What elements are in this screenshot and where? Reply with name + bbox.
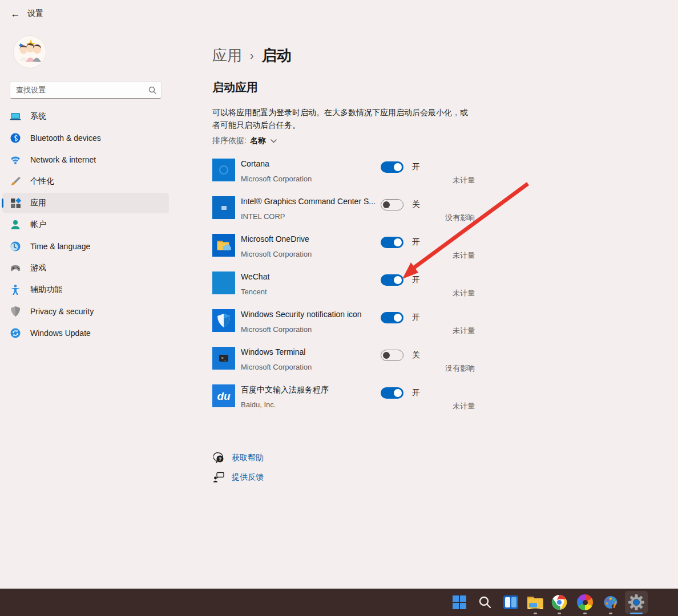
impact-label: 未计量 [453,326,475,336]
breadcrumb-separator: › [250,49,254,62]
bluetooth-icon [10,132,21,144]
sidebar: 系统 Bluetooth & devices Network & interne… [0,27,171,589]
intel-gcc-app-icon [212,196,235,219]
toggle-state-label: 开 [412,237,420,248]
feedback-label: 提供反馈 [232,472,264,483]
startup-app-row: Cortana Microsoft Corporation 开 未计量 [212,155,475,193]
startup-toggle-wechat[interactable] [381,274,403,286]
section-title: 启动应用 [212,80,258,95]
startup-toggle[interactable] [381,387,403,399]
gaming-icon [10,262,21,274]
sort-dropdown[interactable]: 排序依据: 名称 [212,136,277,146]
sidebar-item-apps[interactable]: 应用 [2,193,169,213]
sidebar-item-system[interactable]: 系统 [2,106,169,127]
running-indicator [583,613,587,614]
toggle-state-label: 开 [412,313,420,323]
sidebar-item-label: 帐户 [30,220,46,230]
sidebar-item-privacy-security[interactable]: Privacy & security [2,301,169,322]
startup-app-row: Windows Security notification icon Micro… [212,306,475,343]
running-indicator [534,613,537,614]
impact-label: 未计量 [453,175,475,185]
sidebar-nav: 系统 Bluetooth & devices Network & interne… [0,105,171,345]
app-name: 百度中文输入法服务程序 [241,385,329,395]
sort-label: 排序依据: [212,136,247,146]
startup-app-row: du 百度中文输入法服务程序 Baidu, Inc. 开 未计量 [212,381,475,419]
wechat-app-icon [212,271,235,294]
feedback-link[interactable]: 提供反馈 [212,472,264,483]
sidebar-item-gaming[interactable]: 游戏 [2,258,169,278]
startup-toggle[interactable] [381,350,403,361]
sidebar-item-label: 辅助功能 [30,285,62,295]
taskbar [0,589,678,616]
sidebar-item-network-internet[interactable]: Network & internet [2,149,169,170]
startup-app-row: Intel® Graphics Command Center S... INTE… [212,193,475,230]
app-publisher: Microsoft Corporation [241,250,312,258]
search-icon[interactable] [144,86,161,94]
chevron-down-icon [271,139,277,143]
get-help-label: 获取帮助 [232,453,264,463]
app-name: Intel® Graphics Command Center S... [241,197,376,206]
startup-app-row: >_ Windows Terminal Microsoft Corporatio… [212,343,475,381]
settings-search-box[interactable] [10,81,162,99]
sidebar-item-label: Bluetooth & devices [30,133,101,143]
titlebar: ← 设置 [0,0,678,27]
startup-app-row: WeChat Tencent 开 未计量 [212,268,475,306]
sidebar-item-label: 游戏 [30,263,46,273]
pinwheel-app-icon[interactable] [574,591,596,614]
sidebar-item-personalization[interactable]: 个性化 [2,171,169,192]
toggle-state-label: 关 [412,200,420,210]
avatar-illustration [14,36,46,68]
breadcrumb: 应用 › 启动 [212,46,292,66]
windows-security-app-icon [212,309,235,332]
impact-label: 未计量 [453,288,475,298]
app-publisher: INTEL CORP [241,212,285,221]
onedrive-app-icon [212,234,235,257]
page-title: 启动 [262,46,292,66]
user-avatar[interactable] [14,36,46,68]
impact-label: 未计量 [453,250,475,261]
windows-update-icon [10,327,21,339]
app-publisher: Baidu, Inc. [241,400,276,409]
section-description: 可以将应用配置为登录时启动。在大多数情况下应用启动后会最小化，或者可能只启动后台… [212,106,474,132]
app-name: WeChat [241,272,269,281]
startup-toggle[interactable] [381,237,403,248]
running-indicator [558,613,561,614]
app-publisher: Microsoft Corporation [241,363,312,371]
accounts-icon [10,219,21,230]
apps-icon [10,197,21,209]
impact-label: 没有影响 [445,363,475,374]
startup-toggle[interactable] [381,161,403,173]
impact-label: 没有影响 [445,213,475,223]
task-view-icon[interactable] [499,591,522,614]
paint-icon[interactable] [599,591,622,614]
time-language-icon [10,241,21,252]
chrome-icon[interactable] [548,591,571,614]
sort-value: 名称 [250,136,266,146]
running-indicator [609,613,612,614]
cortana-app-icon [212,159,235,181]
sidebar-item-accessibility[interactable]: 辅助功能 [2,279,169,300]
taskbar-search-icon[interactable] [474,591,497,614]
startup-toggle[interactable] [381,312,403,323]
sidebar-item-windows-update[interactable]: Windows Update [2,323,169,343]
breadcrumb-parent[interactable]: 应用 [212,46,242,66]
back-arrow-icon[interactable]: ← [8,7,23,22]
app-name: Microsoft OneDrive [241,234,309,244]
sidebar-item-label: Time & language [30,242,90,251]
start-button[interactable] [448,591,471,614]
sidebar-item-accounts[interactable]: 帐户 [2,214,169,235]
network-icon [10,154,21,165]
get-help-icon: ? [212,452,225,463]
get-help-link[interactable]: ? 获取帮助 [212,452,264,463]
settings-taskbar-icon[interactable] [625,591,648,614]
search-input[interactable] [10,86,144,94]
sidebar-item-time-language[interactable]: Time & language [2,236,169,257]
system-icon [10,111,21,122]
sidebar-item-bluetooth-devices[interactable]: Bluetooth & devices [2,128,169,148]
personalization-icon [10,176,21,187]
app-name: Windows Security notification icon [241,310,362,319]
startup-toggle[interactable] [381,199,403,210]
sidebar-item-label: Privacy & security [30,307,94,316]
toggle-state-label: 关 [412,350,420,360]
file-explorer-icon[interactable] [524,591,547,614]
